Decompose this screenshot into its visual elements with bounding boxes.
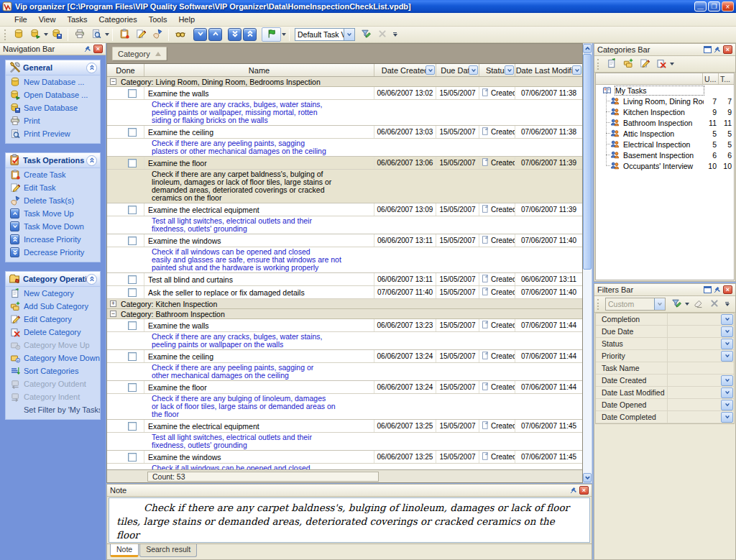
sidebar-item-sort-categories[interactable]: Sort Categories bbox=[6, 364, 100, 377]
category-tree-item[interactable]: My Tasks bbox=[596, 85, 734, 96]
uncompleted-column-header[interactable]: U... bbox=[702, 73, 718, 84]
grid-vertical-scrollbar[interactable] bbox=[583, 43, 592, 483]
sidebar-item-print[interactable]: Print bbox=[6, 114, 100, 127]
filter-chevron-icon[interactable] bbox=[505, 65, 514, 75]
category-tree-item[interactable]: Basement Inspection 6 6 bbox=[596, 150, 734, 160]
column-header-status[interactable]: Status bbox=[479, 64, 515, 76]
filter-chevron-icon[interactable] bbox=[469, 65, 478, 75]
tab-note[interactable]: Note bbox=[110, 544, 139, 557]
done-checkbox[interactable] bbox=[128, 288, 137, 297]
task-row[interactable]: Test all blind and curtains 06/06/2007 1… bbox=[107, 273, 582, 286]
close-button[interactable]: × bbox=[722, 1, 734, 12]
task-row[interactable]: Examine the ceiling 06/06/2007 13:03 15/… bbox=[107, 126, 582, 139]
category-tree-item[interactable]: Attic Inspection 5 5 bbox=[596, 128, 734, 139]
restore-icon[interactable] bbox=[704, 46, 712, 53]
show-notes-button[interactable] bbox=[172, 27, 188, 42]
note-row[interactable]: Check if there are any cracks, bulges, w… bbox=[107, 332, 582, 350]
close-icon[interactable]: × bbox=[93, 45, 103, 53]
filter-dropdown-button[interactable] bbox=[721, 375, 733, 386]
filter-dropdown-button[interactable] bbox=[721, 314, 733, 325]
note-text[interactable]: Check if there are any carpet baldness's… bbox=[109, 497, 590, 543]
sidebar-item-create-task[interactable]: Create Task bbox=[6, 168, 100, 181]
sidebar-item-category-move-up[interactable]: Category Move Up bbox=[6, 339, 100, 352]
task-row[interactable]: Examine the ceiling 06/06/2007 13:24 15/… bbox=[107, 350, 582, 363]
increase-priority-button[interactable] bbox=[243, 28, 257, 41]
sidebar-item-task-move-up[interactable]: Task Move Up bbox=[6, 207, 100, 220]
category-tree-item[interactable]: Electrical Inspection 5 5 bbox=[596, 139, 734, 150]
restore-button[interactable]: ❐ bbox=[708, 1, 720, 12]
scroll-up-icon[interactable] bbox=[583, 44, 592, 53]
dropdown-icon[interactable] bbox=[670, 63, 674, 65]
sidebar-item-open-database[interactable]: Open Database ... bbox=[6, 88, 100, 101]
category-tree-item[interactable]: Bathroom Inspection 11 11 bbox=[596, 117, 734, 128]
toolbar-grip[interactable] bbox=[597, 299, 599, 310]
task-name-cell[interactable]: Examine the floor bbox=[144, 381, 374, 393]
filter-dropdown-button[interactable] bbox=[721, 326, 733, 337]
task-move-up-button[interactable] bbox=[208, 28, 222, 41]
done-checkbox[interactable] bbox=[128, 383, 137, 392]
done-checkbox[interactable] bbox=[128, 128, 137, 137]
menu-help[interactable]: Help bbox=[172, 14, 201, 25]
decrease-priority-button[interactable] bbox=[228, 28, 242, 41]
toolbar-overflow-button[interactable] bbox=[722, 297, 732, 311]
new-database-button[interactable] bbox=[10, 27, 27, 42]
column-header-name[interactable]: Name bbox=[144, 64, 374, 76]
sidebar-item-increase-priority[interactable]: Increase Priority bbox=[6, 233, 100, 246]
sidebar-item-save-database[interactable]: Save Database bbox=[6, 101, 100, 114]
pin-icon[interactable] bbox=[570, 487, 577, 494]
restore-icon[interactable] bbox=[704, 286, 712, 293]
toolbar-grip[interactable] bbox=[597, 59, 599, 70]
task-name-cell[interactable]: Examine the windows bbox=[144, 451, 374, 463]
edit-filter-button[interactable] bbox=[668, 297, 684, 312]
toolbar-overflow-button[interactable] bbox=[390, 27, 400, 42]
task-name-cell[interactable]: Examine the windows bbox=[144, 234, 374, 247]
done-checkbox[interactable] bbox=[128, 89, 137, 98]
sidebar-item-new-category[interactable]: New Category bbox=[6, 287, 100, 300]
done-checkbox[interactable] bbox=[128, 159, 137, 167]
close-icon[interactable]: × bbox=[723, 285, 732, 294]
nav-section-header[interactable]: General bbox=[6, 60, 100, 75]
sidebar-item-category-move-down[interactable]: Category Move Down bbox=[6, 352, 100, 364]
note-row[interactable]: Test all light switches, electrical outl… bbox=[107, 433, 582, 451]
erase-filter-button[interactable] bbox=[689, 297, 706, 312]
task-row[interactable]: Examine the electrical equipment 06/06/2… bbox=[107, 420, 582, 433]
done-checkbox[interactable] bbox=[128, 275, 137, 284]
nav-section-header[interactable]: Task Operations bbox=[6, 153, 100, 168]
note-row[interactable]: Check if there are any peeling paints, s… bbox=[107, 139, 582, 157]
task-name-cell[interactable]: Ask the seller to replace or fix damaged… bbox=[144, 286, 374, 298]
print-button[interactable] bbox=[71, 27, 88, 42]
title-bar[interactable]: Vip organizer [C:\Program Files\VIP Qual… bbox=[0, 0, 736, 13]
nav-section-header[interactable]: Category Operati... bbox=[6, 272, 100, 287]
create-task-button[interactable] bbox=[116, 27, 132, 42]
delete-category-button[interactable] bbox=[653, 57, 669, 72]
minimize-button[interactable]: — bbox=[694, 1, 707, 12]
note-row[interactable]: Check if all windows can be opened and c… bbox=[107, 464, 582, 469]
collapse-icon[interactable] bbox=[86, 63, 97, 73]
note-row[interactable]: Check if there are any bulging of linole… bbox=[107, 394, 582, 420]
sidebar-item-new-database[interactable]: New Database ... bbox=[6, 75, 100, 88]
task-name-cell[interactable]: Examine the electrical equipment bbox=[144, 420, 374, 432]
task-row[interactable]: Examine the windows 06/06/2007 13:11 15/… bbox=[107, 234, 582, 247]
tab-search-result[interactable]: Search result bbox=[139, 544, 197, 557]
groupby-category-button[interactable]: Category bbox=[112, 47, 167, 60]
task-name-cell[interactable]: Examine the walls bbox=[144, 319, 374, 331]
sidebar-item-set-filter-by-my-tasks[interactable]: Set Filter by 'My Tasks' bbox=[6, 403, 100, 416]
dropdown-icon[interactable] bbox=[105, 33, 109, 36]
notification-button[interactable] bbox=[262, 27, 281, 42]
task-name-cell[interactable]: Examine the ceiling bbox=[144, 350, 374, 362]
sidebar-item-category-outdent[interactable]: Category Outdent bbox=[6, 377, 100, 390]
task-row[interactable]: Examine the floor 06/06/2007 13:06 15/05… bbox=[107, 157, 582, 170]
note-row[interactable]: Check if all windows can be opened and c… bbox=[107, 247, 582, 273]
expand-icon[interactable]: + bbox=[110, 300, 116, 307]
done-checkbox[interactable] bbox=[128, 422, 137, 431]
collapse-icon[interactable] bbox=[86, 274, 97, 285]
close-icon[interactable]: × bbox=[579, 486, 589, 495]
sidebar-item-decrease-priority[interactable]: Decrease Priority bbox=[6, 246, 100, 259]
filter-dropdown-button[interactable] bbox=[721, 412, 733, 423]
done-checkbox[interactable] bbox=[128, 453, 137, 462]
save-database-button[interactable] bbox=[48, 27, 65, 42]
task-row[interactable]: Examine the windows 06/06/2007 13:25 15/… bbox=[107, 451, 582, 464]
sidebar-item-add-sub-category[interactable]: Add Sub Category bbox=[6, 300, 100, 313]
sidebar-item-edit-task[interactable]: Edit Task bbox=[6, 181, 100, 194]
sidebar-item-delete-task-s[interactable]: Delete Task(s) bbox=[6, 194, 100, 207]
